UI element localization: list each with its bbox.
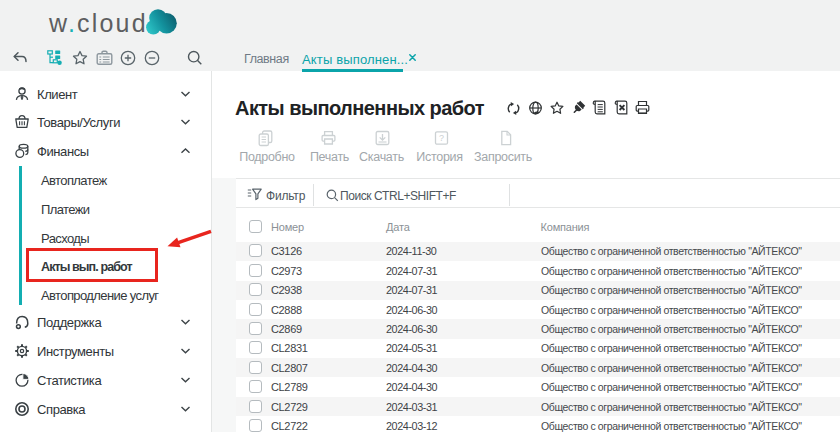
svg-text:?: ?: [439, 133, 444, 143]
